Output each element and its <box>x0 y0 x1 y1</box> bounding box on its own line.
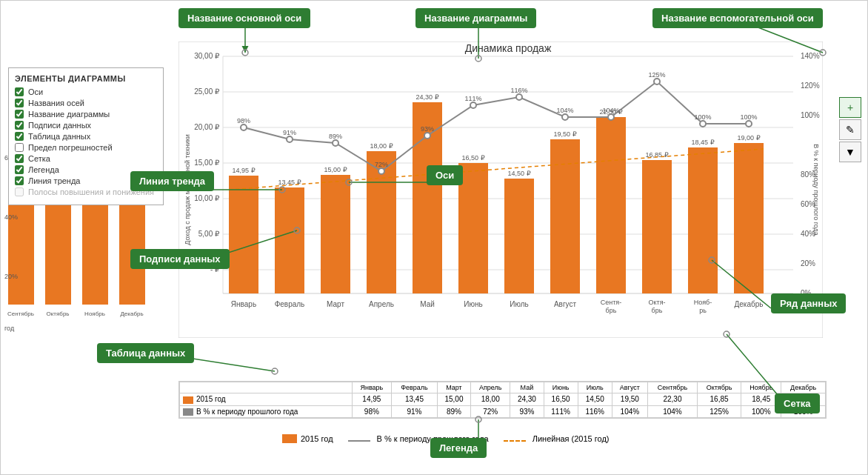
svg-text:19,50 ₽: 19,50 ₽ <box>553 130 576 138</box>
svg-text:Февраль: Февраль <box>275 300 305 308</box>
legend-line-icon <box>348 440 370 442</box>
svg-text:20%: 20% <box>801 259 815 268</box>
legend-trend-label: Линейная (2015 год) <box>533 434 610 443</box>
bar-jul <box>504 179 534 293</box>
edit-button[interactable]: ✎ <box>839 119 861 140</box>
svg-text:16,50 ₽: 16,50 ₽ <box>461 154 484 162</box>
element-checkbox[interactable] <box>15 165 24 174</box>
svg-text:Декабрь: Декабрь <box>735 300 764 308</box>
elements-panel-title: ЭЛЕМЕНТЫ ДИАГРАММЫ <box>15 74 157 83</box>
svg-point-107 <box>272 368 278 374</box>
svg-text:Ноябрь: Ноябрь <box>84 310 105 317</box>
element-checkbox[interactable] <box>15 110 24 119</box>
tooltip-axes: Оси <box>427 165 463 185</box>
svg-point-38 <box>241 124 247 130</box>
data-table: ЯнварьФевральМартАпрельМайИюньИюльАвгуст… <box>179 382 826 418</box>
bar-mar <box>321 175 350 293</box>
element-item: Название диаграммы <box>15 110 157 119</box>
svg-text:Декабрь: Декабрь <box>120 310 143 317</box>
svg-text:20,00 ₽: 20,00 ₽ <box>194 123 220 131</box>
svg-text:98%: 98% <box>237 117 250 124</box>
svg-text:Динамика продаж: Динамика продаж <box>465 42 552 54</box>
tooltip-data-series: Ряд данных <box>771 293 846 313</box>
svg-text:140%: 140% <box>801 52 820 60</box>
svg-text:30,00 ₽: 30,00 ₽ <box>194 52 220 60</box>
bar-nov <box>688 147 718 293</box>
svg-text:Сентя-: Сентя- <box>601 299 621 306</box>
bar-dec <box>734 143 764 293</box>
bar-aug <box>550 139 580 293</box>
svg-text:93%: 93% <box>421 125 434 133</box>
element-item: Таблица данных <box>15 132 157 141</box>
svg-text:Март: Март <box>327 300 344 308</box>
svg-text:18,45 ₽: 18,45 ₽ <box>691 139 714 146</box>
svg-text:Нояб-: Нояб- <box>694 299 712 306</box>
svg-point-45 <box>562 114 568 120</box>
tooltip-aux-axis: Название вспомогательной оси <box>652 8 823 28</box>
svg-text:брь: брь <box>606 307 617 314</box>
element-item: Названия осей <box>15 99 157 107</box>
svg-text:40%: 40% <box>4 213 18 221</box>
element-checkbox[interactable] <box>15 187 24 196</box>
element-checkbox[interactable] <box>15 99 24 107</box>
element-checkbox[interactable] <box>15 143 24 152</box>
svg-text:Июль: Июль <box>510 300 529 308</box>
svg-text:В % к периоду прошлого года: В % к периоду прошлого года <box>812 144 820 236</box>
svg-text:19,00 ₽: 19,00 ₽ <box>737 134 760 142</box>
tooltip-chart-name: Название диаграммы <box>415 8 536 28</box>
svg-text:120%: 120% <box>801 82 820 90</box>
element-checkbox[interactable] <box>15 87 24 96</box>
svg-point-41 <box>378 168 384 174</box>
element-item: Оси <box>15 87 157 96</box>
element-item: Подписи данных <box>15 121 157 130</box>
add-button[interactable]: + <box>839 97 861 118</box>
legend-bar-label: 2015 год <box>301 434 333 443</box>
filter-button[interactable]: ▼ <box>839 142 861 162</box>
element-checkbox[interactable] <box>15 176 24 185</box>
svg-text:20%: 20% <box>4 273 18 280</box>
tooltip-data-labels: Подписи данных <box>130 249 230 269</box>
svg-point-47 <box>654 79 660 84</box>
svg-text:Июнь: Июнь <box>464 300 482 308</box>
svg-point-44 <box>516 94 522 100</box>
svg-text:15,00 ₽: 15,00 ₽ <box>194 159 220 167</box>
svg-point-46 <box>608 114 614 120</box>
svg-text:24,30 ₽: 24,30 ₽ <box>415 93 438 101</box>
svg-point-48 <box>700 121 706 127</box>
svg-text:18,00 ₽: 18,00 ₽ <box>370 142 393 150</box>
tooltip-axis-name: Название основной оси <box>178 8 310 28</box>
svg-text:91%: 91% <box>283 129 296 136</box>
svg-text:100%: 100% <box>801 111 820 119</box>
svg-text:Октя-: Октя- <box>648 299 665 306</box>
svg-point-49 <box>746 121 752 127</box>
bar-oct <box>642 160 672 293</box>
element-checkbox[interactable] <box>15 154 24 163</box>
svg-text:Апрель: Апрель <box>369 300 394 308</box>
svg-point-43 <box>470 102 476 108</box>
svg-text:Октябрь: Октябрь <box>46 310 69 317</box>
svg-text:год: год <box>4 325 15 332</box>
main-container: ЭЛЕМЕНТЫ ДИАГРАММЫ ОсиНазвания осейНазва… <box>0 0 868 475</box>
svg-text:25,00 ₽: 25,00 ₽ <box>194 87 220 96</box>
svg-text:5,00 ₽: 5,00 ₽ <box>198 230 220 238</box>
svg-text:104%: 104% <box>556 107 573 114</box>
svg-text:72%: 72% <box>375 161 388 168</box>
svg-point-42 <box>424 133 430 139</box>
svg-text:Сентябрь: Сентябрь <box>7 310 34 317</box>
svg-text:89%: 89% <box>329 133 342 140</box>
svg-text:15,00 ₽: 15,00 ₽ <box>324 166 347 173</box>
element-checkbox[interactable] <box>15 121 24 130</box>
svg-text:Май: Май <box>420 300 435 308</box>
bar-jun <box>458 163 488 293</box>
svg-text:116%: 116% <box>510 87 527 94</box>
bar-jan <box>229 176 258 293</box>
svg-text:100%: 100% <box>740 113 757 121</box>
tooltip-trend: Линия тренда <box>130 171 214 191</box>
element-checkbox[interactable] <box>15 132 24 141</box>
element-item: Предел погрешностей <box>15 143 157 152</box>
element-item: Сетка <box>15 154 157 163</box>
chart-svg: 30,00 ₽ 25,00 ₽ 20,00 ₽ 15,00 ₽ 10,00 ₽ … <box>178 41 823 338</box>
svg-text:104%: 104% <box>602 107 619 114</box>
svg-text:10,00 ₽: 10,00 ₽ <box>194 194 220 202</box>
legend-trend-icon <box>504 440 526 442</box>
